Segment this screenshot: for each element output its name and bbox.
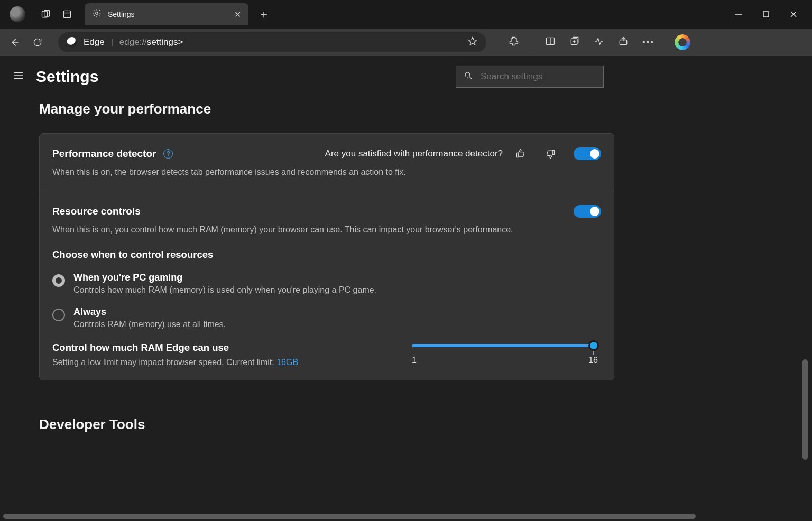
gear-icon	[92, 8, 102, 20]
developer-tools-title: Developer Tools	[39, 416, 812, 433]
workspaces-icon[interactable]	[40, 8, 52, 20]
search-icon	[464, 71, 473, 82]
settings-content: Manage your performance Performance dete…	[0, 101, 812, 433]
svg-rect-6	[763, 12, 769, 17]
vertical-scrollbar[interactable]	[802, 359, 808, 460]
window-titlebar: Settings ✕ ＋	[0, 0, 812, 29]
tab-title: Settings	[108, 10, 228, 18]
radio-pc-gaming-title: When you're PC gaming	[73, 272, 376, 283]
share-icon[interactable]	[618, 36, 629, 49]
ram-slider[interactable]: 1 16	[412, 342, 601, 365]
collections-icon[interactable]	[569, 36, 580, 49]
thumbs-up-button[interactable]	[514, 147, 527, 160]
resource-controls-toggle[interactable]	[574, 205, 601, 218]
info-icon[interactable]: ?	[163, 149, 173, 159]
radio-always[interactable]: Always Controls RAM (memory) use at all …	[52, 306, 601, 329]
copilot-icon[interactable]	[675, 34, 690, 50]
radio-pc-gaming[interactable]: When you're PC gaming Controls how much …	[52, 272, 601, 295]
ram-desc-prefix: Setting a low limit may impact browser s…	[52, 358, 276, 367]
radio-button-unselected[interactable]	[52, 309, 65, 321]
tab-overview-icon[interactable]	[61, 8, 73, 20]
section-title: Manage your performance	[39, 101, 812, 117]
svg-line-20	[469, 77, 472, 79]
performance-icon[interactable]	[594, 36, 604, 49]
window-maximize-button[interactable]	[761, 10, 771, 19]
perf-detector-desc: When this is on, the browser detects tab…	[52, 166, 601, 178]
settings-header: Settings	[0, 56, 812, 103]
favorite-star-icon[interactable]	[467, 36, 478, 49]
thumbs-down-button[interactable]	[544, 147, 557, 160]
page-title: Settings	[36, 68, 98, 86]
perf-detector-title: Performance detector	[52, 148, 156, 160]
choose-when-title: Choose when to control resources	[52, 249, 601, 260]
search-input[interactable]	[481, 71, 596, 82]
radio-pc-gaming-desc: Controls how much RAM (memory) is used o…	[73, 285, 376, 295]
resource-controls-desc: When this is on, you control how much RA…	[52, 224, 601, 236]
more-button[interactable]: •••	[642, 38, 654, 47]
separator: |	[111, 38, 113, 47]
toolbar: Edge | edge://settings> •••	[0, 29, 812, 56]
url-protocol-label: Edge	[84, 37, 105, 48]
ram-desc: Setting a low limit may impact browser s…	[52, 358, 391, 367]
refresh-button[interactable]	[31, 35, 44, 49]
extensions-icon[interactable]	[509, 36, 519, 49]
performance-detector-section: Performance detector ? Are you satisfied…	[40, 134, 614, 191]
url-bright: settings>	[147, 37, 183, 47]
edge-logo-icon	[67, 37, 77, 48]
ram-title: Control how much RAM Edge can use	[52, 342, 391, 353]
split-screen-icon[interactable]	[533, 36, 556, 49]
resource-controls-section: Resource controls When this is on, you c…	[40, 191, 614, 379]
window-close-button[interactable]	[789, 10, 798, 19]
profile-avatar[interactable]	[10, 6, 25, 22]
ram-limit-link[interactable]: 16GB	[276, 358, 298, 367]
back-button[interactable]	[7, 35, 21, 49]
performance-card: Performance detector ? Are you satisfied…	[39, 133, 614, 380]
address-bar[interactable]: Edge | edge://settings>	[58, 32, 486, 52]
menu-button[interactable]	[13, 70, 26, 83]
svg-point-4	[96, 12, 98, 15]
radio-button-selected[interactable]	[52, 274, 65, 287]
window-minimize-button[interactable]	[734, 10, 743, 19]
horizontal-scrollbar[interactable]	[3, 514, 696, 519]
url-dim: edge://	[119, 37, 147, 47]
search-settings-box[interactable]	[456, 66, 604, 88]
slider-min: 1	[412, 356, 417, 365]
ram-control-row: Control how much RAM Edge can use Settin…	[52, 342, 601, 367]
perf-detector-toggle[interactable]	[574, 147, 601, 160]
radio-always-desc: Controls RAM (memory) use at all times.	[73, 320, 226, 329]
tab-close-button[interactable]: ✕	[234, 10, 241, 20]
new-tab-button[interactable]: ＋	[258, 6, 270, 22]
browser-tab[interactable]: Settings ✕	[85, 3, 248, 25]
radio-always-title: Always	[73, 306, 226, 318]
slider-track[interactable]	[412, 344, 598, 347]
slider-max: 16	[588, 356, 598, 365]
feedback-question: Are you satisfied with performance detec…	[325, 148, 503, 159]
slider-thumb[interactable]	[588, 340, 599, 351]
svg-rect-2	[63, 11, 70, 17]
svg-point-19	[465, 72, 470, 77]
resource-controls-title: Resource controls	[52, 206, 141, 217]
